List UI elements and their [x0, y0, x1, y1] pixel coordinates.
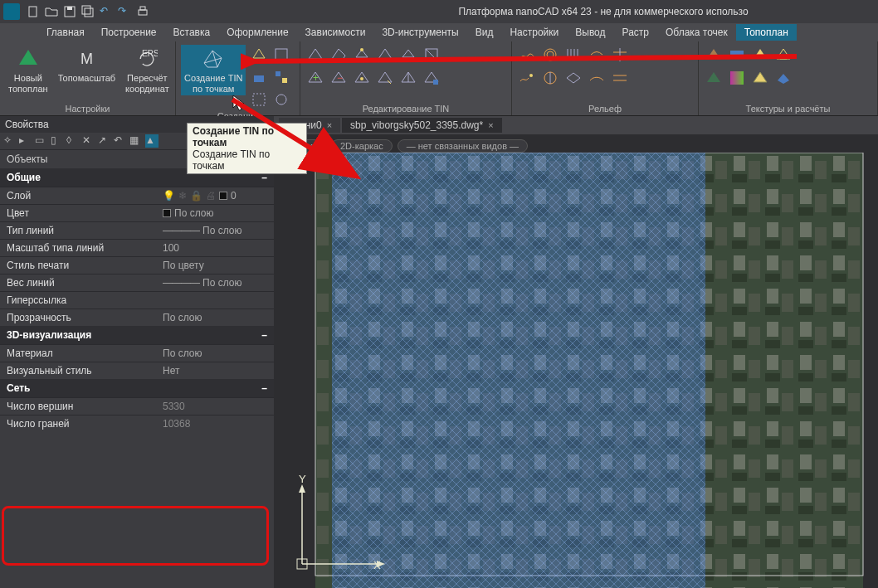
save-all-icon[interactable] — [81, 5, 95, 18]
section-3d[interactable]: 3D-визуализация– — [0, 326, 274, 344]
print-icon[interactable] — [136, 5, 149, 18]
relief-tool-a4[interactable] — [587, 45, 607, 65]
section-mesh[interactable]: Сеть– — [0, 379, 274, 397]
rect-sel-icon[interactable]: ▭ — [35, 134, 48, 148]
menu-item-3d-инструменты[interactable]: 3D-инструменты — [373, 24, 466, 41]
create-tool-1[interactable] — [249, 45, 269, 65]
relief-tool-b2[interactable] — [540, 68, 560, 88]
svg-marker-71 — [377, 561, 385, 567]
edit-tool-a4[interactable] — [375, 45, 395, 65]
tex-tool-b3[interactable] — [750, 68, 770, 88]
view-badge[interactable]: 2D-каркас — [331, 139, 393, 153]
menu-item-топоплан[interactable]: Топоплан — [736, 24, 797, 41]
topo-scale-button[interactable]: M Топомасштаб — [55, 45, 119, 85]
create-tool-4[interactable] — [271, 67, 291, 87]
menu-item-настройки[interactable]: Настройки — [501, 24, 567, 41]
tex-tool-a1[interactable] — [704, 45, 724, 65]
edit-tool-b6[interactable] — [422, 68, 441, 88]
edit-tool-a1[interactable] — [305, 45, 325, 65]
drawing-canvas[interactable]: имени0×sbp_viborgsky502_3395.dwg*× рху2D… — [274, 116, 878, 588]
menu-item-растр[interactable]: Растр — [614, 24, 657, 41]
link-value[interactable] — [163, 294, 267, 306]
tex-tool-a3[interactable] — [750, 45, 770, 65]
edit-tool-a6[interactable] — [422, 45, 441, 65]
menu-item-главная[interactable]: Главная — [38, 24, 93, 41]
edit-tool-a3[interactable] — [352, 45, 372, 65]
tex-tool-b1[interactable] — [704, 68, 724, 88]
mat-value[interactable]: По слою — [163, 347, 267, 359]
relief-tool-a3[interactable] — [563, 45, 583, 65]
create-tool-2[interactable] — [271, 45, 291, 65]
edit-tool-b3[interactable] — [352, 68, 372, 88]
edit-tool-b5[interactable] — [398, 68, 418, 88]
tex-tool-a2[interactable] — [727, 45, 747, 65]
edit-tool-b2[interactable]: − — [329, 68, 349, 88]
relief-tool-a5[interactable] — [610, 45, 630, 65]
svg-text:+: + — [313, 72, 319, 84]
collapse-icon[interactable]: – — [261, 329, 267, 341]
pick-icon[interactable]: ▲ — [145, 134, 159, 148]
create-tool-6[interactable] — [271, 90, 291, 109]
svg-rect-15 — [276, 71, 280, 76]
plot-value[interactable]: По цвету — [163, 260, 267, 271]
redo-icon[interactable]: ↷ — [118, 5, 131, 18]
relief-tool-b4[interactable] — [587, 68, 607, 88]
edit-tool-a5[interactable] — [398, 45, 418, 65]
menu-item-вид[interactable]: Вид — [467, 24, 502, 41]
relief-tool-b5[interactable] — [610, 68, 630, 88]
relief-tool-b1[interactable] — [517, 68, 537, 88]
view-badge[interactable]: — нет связанных видов — — [398, 139, 528, 153]
close-icon[interactable]: × — [327, 120, 332, 130]
open-folder-icon[interactable] — [45, 5, 58, 18]
menu-item-облака точек[interactable]: Облака точек — [657, 24, 736, 41]
sel-add-icon[interactable]: ✧ — [3, 134, 17, 148]
menu-item-построение[interactable]: Построение — [93, 24, 165, 41]
prev-icon[interactable]: ↶ — [114, 134, 127, 148]
ltscale-value[interactable]: 100 — [163, 242, 267, 254]
svg-marker-35 — [378, 72, 392, 82]
color-value[interactable]: По слою — [163, 207, 267, 219]
tex-tool-b2[interactable] — [727, 68, 747, 88]
svg-marker-69 — [299, 484, 305, 493]
create-tool-5[interactable] — [249, 90, 269, 109]
edit-tool-a2[interactable] — [329, 45, 349, 65]
menu-item-оформление[interactable]: Оформление — [218, 24, 296, 41]
edit-tool-b4[interactable] — [375, 68, 395, 88]
menu-item-зависимости[interactable]: Зависимости — [297, 24, 374, 41]
menu-item-вывод[interactable]: Вывод — [567, 24, 613, 41]
cursor-icon[interactable]: ▸ — [19, 134, 32, 148]
relief-tool-a1[interactable] — [517, 45, 537, 65]
bulb-icon: 💡 — [163, 190, 175, 202]
layer-value[interactable]: 💡❄🔒🖨 0 — [163, 190, 267, 202]
link-key: Гиперссылка — [7, 294, 163, 306]
edit-tool-b1[interactable]: + — [305, 68, 325, 88]
create-tin-by-points-button[interactable]: Создание TIN по точкам — [181, 45, 246, 95]
svg-rect-55 — [730, 71, 744, 85]
save-icon[interactable] — [63, 5, 76, 18]
objects-label: Объекты — [7, 153, 48, 165]
lweight-value[interactable]: ———— По слою — [163, 277, 267, 289]
all-icon[interactable]: ▦ — [129, 134, 143, 148]
new-file-icon[interactable] — [27, 5, 40, 18]
ltype-value[interactable]: ———— По слою — [163, 225, 267, 236]
close-icon[interactable]: × — [488, 120, 493, 130]
rect-sel2-icon[interactable]: ▯ — [51, 134, 64, 148]
lasso-icon[interactable]: ◊ — [66, 134, 80, 148]
svg-rect-2 — [67, 7, 72, 10]
tex-tool-b4[interactable] — [773, 68, 793, 88]
cross-sel-icon[interactable]: ✕ — [82, 134, 95, 148]
relief-tool-a2[interactable] — [540, 45, 560, 65]
relief-tool-b3[interactable] — [563, 68, 583, 88]
transp-value[interactable]: По слою — [163, 312, 267, 323]
menu-item-вставка[interactable]: Вставка — [165, 24, 219, 41]
recalc-coords-button[interactable]: EPSG Пересчёт координат — [122, 45, 173, 95]
tex-tool-a4[interactable] — [773, 45, 793, 65]
new-topoplan-button[interactable]: Новый топоплан — [5, 45, 51, 95]
undo-icon[interactable]: ↶ — [100, 5, 113, 18]
create-tool-3[interactable] — [249, 67, 269, 87]
vstyle-value[interactable]: Нет — [163, 365, 267, 377]
collapse-icon[interactable]: – — [261, 382, 267, 394]
svg-marker-56 — [754, 72, 767, 82]
document-tab[interactable]: sbp_viborgsky502_3395.dwg*× — [342, 118, 502, 133]
fence-icon[interactable]: ↗ — [98, 134, 111, 148]
